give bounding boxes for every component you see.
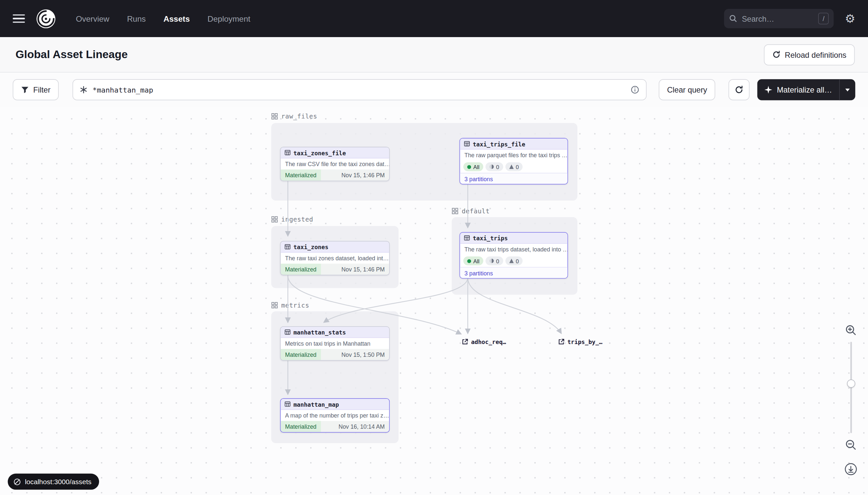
partitions-failed-pill: 0 [485, 256, 503, 265]
asset-node-description: A map of the number of trips per taxi z… [281, 410, 389, 421]
materialize-all-label: Materialize all… [777, 85, 832, 94]
materialized-badge: Materialized [281, 169, 321, 181]
zoom-out-icon[interactable] [845, 439, 857, 451]
clear-query-label: Clear query [667, 85, 707, 94]
zoom-to-fit-button[interactable] [844, 462, 858, 476]
materialized-timestamp: Nov 15, 1:46 PM [321, 263, 389, 275]
partitions-count[interactable]: 3 partitions [460, 267, 567, 278]
partition-health-row: All 0 0 [460, 255, 567, 267]
asset-node-description: The raw CSV file for the taxi zones dat… [281, 158, 389, 170]
asset-node-title: taxi_zones [293, 243, 329, 250]
zoom-slider[interactable] [847, 342, 855, 433]
zoom-slider-thumb[interactable] [847, 379, 855, 388]
external-link-icon [462, 338, 468, 345]
nav-runs[interactable]: Runs [123, 11, 150, 26]
partial-circle-icon [490, 165, 494, 169]
primary-nav: Overview Runs Assets Deployment [72, 11, 255, 26]
partition-health-row: All 0 0 [460, 160, 567, 173]
refresh-icon [735, 85, 744, 94]
asset-selection-input[interactable] [92, 86, 625, 94]
settings-gear-icon[interactable]: ⚙ [845, 13, 855, 24]
asset-node-description: The raw taxi zones dataset, loaded int… [281, 253, 389, 264]
asset-node-header: taxi_trips_file [460, 138, 567, 150]
materialized-timestamp: Nov 16, 10:14 AM [321, 421, 389, 432]
zoom-in-icon[interactable] [845, 324, 857, 336]
table-icon [464, 235, 470, 241]
table-icon [464, 141, 470, 147]
asset-node-taxi-zones-file[interactable]: taxi_zones_file The raw CSV file for the… [280, 147, 390, 181]
zoom-controls [843, 324, 859, 476]
materialize-dropdown-button[interactable] [840, 79, 855, 100]
asset-node-footer: Materialized Nov 16, 10:14 AM [281, 421, 389, 432]
partitions-failed-pill: 0 [485, 162, 503, 171]
materialized-timestamp: Nov 15, 1:50 PM [321, 349, 389, 360]
external-asset-label: adhoc_req… [471, 338, 506, 345]
asset-node-title: taxi_zones_file [293, 149, 346, 156]
materialized-badge: Materialized [281, 263, 321, 275]
partitions-all-pill: All [463, 256, 483, 265]
asset-node-manhattan-stats[interactable]: manhattan_stats Metrics on taxi trips in… [280, 326, 390, 361]
nav-deployment[interactable]: Deployment [203, 11, 255, 26]
asset-selection-icon [80, 86, 88, 94]
asset-node-footer: Materialized Nov 15, 1:50 PM [281, 349, 389, 360]
nav-overview[interactable]: Overview [72, 11, 114, 26]
status-url-pill: localhost:3000/assets [8, 474, 100, 490]
dagster-app: Overview Runs Assets Deployment Search… … [0, 0, 868, 495]
materialized-badge: Materialized [281, 421, 321, 432]
refresh-graph-button[interactable] [729, 79, 749, 100]
asset-node-taxi-trips[interactable]: taxi_trips The raw taxi trips dataset, l… [460, 232, 568, 279]
external-link-icon [558, 338, 565, 345]
filter-funnel-icon [21, 86, 29, 93]
success-dot-icon [467, 259, 471, 263]
asset-selection-input-wrap[interactable] [72, 79, 646, 100]
external-asset-label: trips_by_… [568, 338, 603, 345]
table-icon [284, 329, 291, 335]
top-nav: Overview Runs Assets Deployment Search… … [0, 0, 868, 37]
partial-circle-icon [490, 259, 494, 263]
asset-node-description: The raw parquet files for the taxi trips… [460, 150, 567, 161]
sparkle-icon [765, 86, 773, 94]
asset-node-description: The raw taxi trips dataset, loaded into … [460, 244, 567, 255]
table-icon [284, 244, 291, 250]
page-header: Global Asset Lineage Reload definitions [0, 37, 868, 72]
asset-node-taxi-zones[interactable]: taxi_zones The raw taxi zones dataset, l… [280, 241, 390, 275]
asset-node-header: taxi_zones_file [281, 148, 389, 158]
asset-node-manhattan-map[interactable]: manhattan_map A map of the number of tri… [280, 398, 390, 433]
asset-node-description: Metrics on taxi trips in Manhattan [281, 338, 389, 349]
table-icon [284, 150, 291, 156]
external-asset-trips-by-week[interactable]: trips_by_… [558, 338, 602, 345]
partitions-count[interactable]: 3 partitions [460, 173, 567, 184]
filter-button[interactable]: Filter [13, 79, 59, 100]
asset-node-taxi-trips-file[interactable]: taxi_trips_file The raw parquet files fo… [460, 138, 568, 185]
reload-definitions-button[interactable]: Reload definitions [764, 44, 854, 65]
menu-icon[interactable] [13, 14, 25, 23]
search-shortcut-key: / [818, 13, 829, 24]
warning-triangle-icon [509, 259, 514, 263]
filter-button-label: Filter [33, 85, 51, 94]
success-dot-icon [467, 165, 471, 169]
asset-node-header: taxi_zones [281, 242, 389, 253]
dagster-logo[interactable] [36, 8, 56, 29]
reload-definitions-label: Reload definitions [785, 50, 846, 59]
url-icon [14, 478, 21, 485]
asset-node-title: manhattan_stats [293, 329, 346, 336]
global-search-input[interactable]: Search… / [724, 9, 834, 28]
lineage-edges [0, 107, 868, 495]
asset-node-title: manhattan_map [293, 401, 339, 407]
lineage-canvas[interactable]: raw_files ingested default [0, 107, 868, 495]
partitions-missing-pill: 0 [505, 256, 522, 265]
external-asset-adhoc-request[interactable]: adhoc_req… [462, 338, 506, 345]
nav-assets[interactable]: Assets [159, 11, 194, 26]
materialized-badge: Materialized [281, 349, 321, 360]
info-icon[interactable] [631, 85, 639, 94]
materialized-timestamp: Nov 15, 1:46 PM [321, 169, 389, 181]
status-url-text: localhost:3000/assets [25, 478, 91, 485]
table-icon [284, 401, 291, 407]
warning-triangle-icon [509, 165, 514, 169]
materialize-all-button[interactable]: Materialize all… [758, 79, 855, 100]
asset-node-header: manhattan_stats [281, 327, 389, 338]
clear-query-button[interactable]: Clear query [659, 79, 715, 100]
asset-node-title: taxi_trips [473, 235, 508, 241]
page-title: Global Asset Lineage [15, 48, 128, 61]
topnav-right: Search… / ⚙ [724, 9, 855, 28]
